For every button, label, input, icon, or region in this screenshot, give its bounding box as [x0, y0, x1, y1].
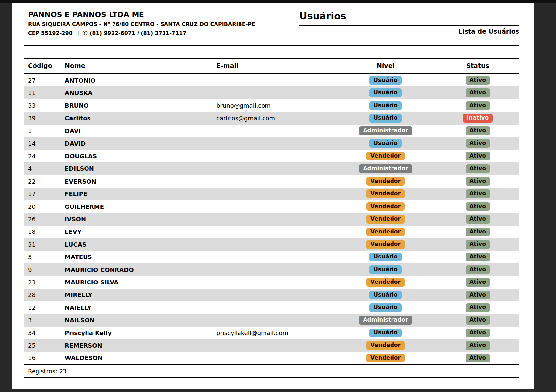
nivel-badge: Administrador	[359, 126, 412, 135]
cell-nome: EVERSON	[65, 178, 216, 185]
cell-nivel: Administrador	[330, 164, 442, 173]
cell-nome: LUCAS	[65, 241, 216, 248]
table-row: 25REMERSONVendedorAtivo	[24, 339, 519, 352]
table-row: 4EDILSONAdministradorAtivo	[24, 162, 519, 175]
nivel-badge: Usuário	[369, 114, 401, 123]
report-page: PANNOS E PANNOS LTDA ME RUA SIQUEIRA CAM…	[12, 3, 534, 389]
page-subtitle: Lista de Usuários	[299, 28, 519, 35]
status-badge: Ativo	[466, 303, 490, 312]
table-row: 27ANTONIOUsuárioAtivo	[24, 74, 519, 86]
cell-codigo: 5	[24, 254, 65, 260]
status-badge: Ativo	[466, 215, 490, 224]
cell-codigo: 24	[24, 153, 65, 159]
cell-codigo: 39	[24, 115, 65, 122]
cell-nivel: Vendedor	[330, 228, 442, 236]
status-badge: Ativo	[466, 253, 490, 261]
status-badge: Ativo	[466, 88, 490, 97]
cell-nome: MAURICIO SILVA	[65, 279, 216, 286]
cell-nome: DAVI	[65, 127, 216, 134]
cell-status: Ativo	[442, 88, 514, 97]
cell-status: Ativo	[442, 329, 514, 337]
status-badge: Ativo	[466, 341, 490, 350]
nivel-badge: Vendedor	[366, 152, 405, 160]
cell-nome: NAILSON	[65, 317, 216, 324]
cell-nivel: Usuário	[330, 253, 442, 261]
cell-email: bruno@gmail.com	[216, 102, 330, 109]
company-phones: (81) 9922-6071 / (81) 3731-7117	[90, 30, 186, 36]
table-row: 23MAURICIO SILVAVendedorAtivo	[24, 276, 519, 288]
cell-nome: DOUGLAS	[65, 153, 216, 159]
company-cep: CEP 55192-290	[28, 30, 73, 36]
cell-nivel: Usuário	[330, 114, 442, 123]
table-row: 9MAURICIO CONRADOUsuárioAtivo	[24, 263, 519, 276]
nivel-badge: Usuário	[369, 329, 401, 337]
status-badge: Ativo	[466, 126, 490, 135]
table-row: 33BRUNObruno@gmail.comUsuárioAtivo	[24, 99, 519, 112]
nivel-badge: Administrador	[359, 316, 412, 325]
cell-nome: DAVID	[65, 140, 216, 147]
table-row: 5MATEUSUsuárioAtivo	[24, 251, 519, 263]
title-divider	[299, 25, 519, 26]
table-row: 22EVERSONVendedorAtivo	[24, 175, 519, 187]
cell-status: Ativo	[442, 240, 514, 249]
status-badge: Ativo	[466, 164, 490, 173]
report-viewer: { "company": { "name": "PANNOS E PANNOS …	[0, 0, 556, 392]
table-row: 34Priscylla Kellypriscyllakell@gmail.com…	[24, 327, 519, 339]
company-name: PANNOS E PANNOS LTDA ME	[28, 11, 255, 19]
cell-codigo: 11	[24, 89, 65, 96]
cell-codigo: 4	[24, 165, 65, 172]
cell-codigo: 3	[24, 317, 65, 324]
cell-codigo: 23	[24, 279, 65, 286]
status-badge: Inativo	[463, 114, 493, 123]
cell-codigo: 31	[24, 241, 65, 248]
status-badge: Ativo	[466, 177, 490, 186]
cell-status: Ativo	[442, 354, 514, 363]
cell-codigo: 1	[24, 127, 65, 134]
table-row: 1DAVIAdministradorAtivo	[24, 125, 519, 137]
table-row: 39Carlitoscarlitos@gmail.comUsuárioInati…	[24, 112, 519, 124]
cell-nome: NAIELLY	[65, 304, 216, 311]
status-badge: Ativo	[466, 228, 490, 236]
cell-status: Ativo	[442, 152, 514, 160]
cell-nome: Priscylla Kelly	[65, 330, 216, 336]
nivel-badge: Vendedor	[366, 215, 405, 224]
status-badge: Ativo	[466, 278, 490, 287]
cell-status: Ativo	[442, 265, 514, 274]
cell-status: Ativo	[442, 341, 514, 350]
cell-status: Ativo	[442, 101, 514, 110]
cell-nivel: Usuário	[330, 291, 442, 300]
nivel-badge: Usuário	[369, 88, 401, 97]
header-divider	[24, 45, 519, 46]
nivel-badge: Usuário	[369, 303, 401, 312]
cell-nivel: Vendedor	[330, 152, 442, 160]
cell-email: priscyllakell@gmail.com	[216, 330, 330, 336]
table-row: 14DAVIDUsuárioAtivo	[24, 137, 519, 150]
table-body: 27ANTONIOUsuárioAtivo11ANUSKAUsuárioAtiv…	[24, 74, 519, 364]
cell-status: Ativo	[442, 202, 514, 211]
cell-codigo: 34	[24, 330, 65, 336]
cell-codigo: 17	[24, 190, 65, 197]
cell-nome: MATEUS	[65, 254, 216, 260]
cell-nivel: Usuário	[330, 265, 442, 274]
cell-nome: BRUNO	[65, 102, 216, 109]
column-header-nivel: Nível	[330, 62, 442, 69]
cell-status: Ativo	[442, 253, 514, 261]
nivel-badge: Vendedor	[366, 202, 405, 211]
cell-nome: EDILSON	[65, 165, 216, 172]
cell-codigo: 27	[24, 77, 65, 84]
cell-codigo: 28	[24, 291, 65, 298]
table-row: 24DOUGLASVendedorAtivo	[24, 150, 519, 162]
table-row: 12NAIELLYUsuárioAtivo	[24, 301, 519, 314]
cell-nome: REMERSON	[65, 342, 216, 349]
status-badge: Ativo	[466, 152, 490, 160]
nivel-badge: Vendedor	[366, 177, 405, 186]
cell-codigo: 18	[24, 228, 65, 235]
table-row: 28MIRELLYUsuárioAtivo	[24, 289, 519, 301]
cell-status: Inativo	[442, 114, 514, 123]
cell-status: Ativo	[442, 215, 514, 224]
cell-nivel: Vendedor	[330, 354, 442, 363]
status-badge: Ativo	[466, 189, 490, 198]
cell-status: Ativo	[442, 291, 514, 300]
nivel-badge: Vendedor	[366, 278, 405, 287]
table-header-row: Código Nome E-mail Nível Status	[24, 59, 519, 74]
